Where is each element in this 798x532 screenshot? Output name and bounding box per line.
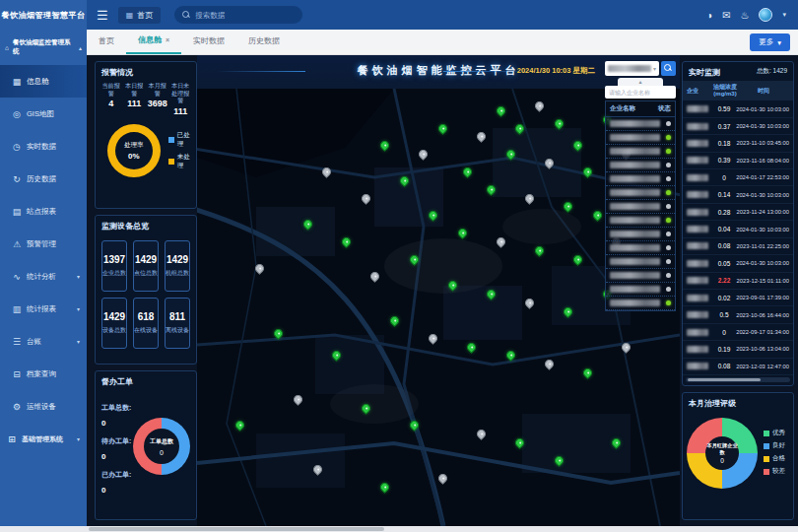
enterprise-list-item[interactable] — [606, 200, 675, 214]
realtime-row[interactable]: 2.222023-12-15 01:11:00 — [683, 273, 793, 290]
enterprise-list-item[interactable] — [606, 241, 675, 255]
close-tab-icon[interactable]: × — [166, 36, 169, 43]
sidebar-item-7[interactable]: ∿统计分析▾ — [0, 260, 87, 293]
more-button[interactable]: 更多 ▾ — [750, 33, 790, 51]
realtime-row[interactable]: 0.052024-01-30 10:03:00 — [683, 255, 793, 272]
enterprise-list-item[interactable] — [606, 186, 675, 200]
map-pin-offline[interactable] — [495, 235, 507, 248]
realtime-hscrollbar[interactable] — [686, 377, 790, 382]
map-pin-online[interactable] — [553, 117, 565, 130]
map-pin-online[interactable] — [571, 139, 584, 152]
map-pin-online[interactable] — [591, 209, 604, 222]
sidebar-item-8[interactable]: ▥统计报表▾ — [0, 293, 87, 325]
header-search[interactable] — [174, 6, 302, 24]
enterprise-select[interactable]: ▾ — [605, 61, 659, 76]
user-menu-chevron-icon[interactable]: ▾ — [782, 11, 786, 19]
map-pin-online[interactable] — [553, 454, 565, 467]
tab-3[interactable]: 实时数据 — [181, 29, 236, 54]
map-pin-offline[interactable] — [543, 358, 556, 370]
realtime-row[interactable]: 0.082023-12-03 12:47:00 — [683, 359, 793, 375]
map-pin-offline[interactable] — [253, 262, 266, 275]
realtime-row[interactable]: 0.592024-01-30 10:03:00 — [683, 100, 793, 117]
map-pin-online[interactable] — [611, 436, 624, 449]
map-pin-online[interactable] — [504, 148, 517, 161]
realtime-row[interactable]: 02024-01-17 22:53:00 — [683, 169, 793, 186]
realtime-row[interactable]: 0.282023-11-24 13:00:00 — [683, 204, 793, 221]
sidebar-item-5[interactable]: ▤站点报表 — [0, 195, 87, 228]
map-pin-offline[interactable] — [321, 166, 334, 178]
map-pin-offline[interactable] — [311, 463, 324, 476]
realtime-row[interactable]: 0.192023-10-06 13:04:00 — [683, 341, 793, 358]
theme-skin-icon[interactable]: ◑ — [706, 10, 712, 21]
sidebar-item-10[interactable]: ⊟档案查询 — [0, 358, 87, 390]
map-pin-online[interactable] — [581, 166, 594, 178]
sidebar-item-11[interactable]: ⚙运维设备 — [0, 390, 87, 423]
enterprise-list-item[interactable] — [606, 159, 675, 172]
enterprise-list-item[interactable] — [606, 117, 675, 131]
enterprise-list-item[interactable] — [606, 297, 675, 310]
page-hscrollbar[interactable] — [0, 526, 798, 532]
map-pin-offline[interactable] — [436, 472, 449, 485]
realtime-row[interactable]: 0.392023-11-16 08:04:00 — [683, 153, 793, 169]
map-pin-online[interactable] — [340, 235, 353, 248]
enterprise-name-input[interactable] — [605, 86, 676, 99]
map-pin-offline[interactable] — [369, 271, 382, 284]
sidebar-item-1[interactable]: ▦信息舱 — [0, 65, 87, 98]
map-pin-online[interactable] — [581, 366, 594, 379]
map-pin-online[interactable] — [388, 314, 401, 327]
realtime-row[interactable]: 0.52023-10-06 16:44:00 — [683, 306, 793, 323]
tab-1[interactable]: 首页 — [87, 29, 126, 54]
map-pin-offline[interactable] — [523, 297, 536, 309]
tab-2[interactable]: 信息舱× — [126, 29, 181, 54]
map-pin-online[interactable] — [273, 327, 286, 340]
map-pin-online[interactable] — [301, 218, 314, 231]
collapse-list-toggle[interactable]: ▴ — [618, 78, 663, 86]
map-pin-offline[interactable] — [418, 148, 431, 161]
map-pin-offline[interactable] — [292, 393, 304, 406]
map-pin-online[interactable] — [563, 305, 575, 318]
header-search-input[interactable] — [195, 11, 294, 20]
map-pin-online[interactable] — [514, 122, 527, 135]
realtime-row[interactable]: 0.142024-01-30 10:03:00 — [683, 186, 793, 203]
message-icon[interactable]: ✉ — [722, 10, 730, 21]
enterprise-list-item[interactable] — [606, 145, 675, 159]
map-pin-online[interactable] — [436, 122, 449, 135]
enterprise-list-item[interactable] — [606, 214, 675, 228]
map-pin-online[interactable] — [461, 166, 474, 178]
map-canvas[interactable]: 餐饮油烟智能监控云平台 2024/1/30 10:03 星期二 — [197, 55, 680, 526]
map-pin-online[interactable] — [456, 227, 469, 239]
map-pin-offline[interactable] — [475, 428, 488, 440]
realtime-row[interactable]: 0.182023-11-10 03:45:00 — [683, 135, 793, 152]
realtime-row[interactable]: 0.022023-09-01 17:39:00 — [683, 290, 793, 306]
avatar[interactable] — [759, 8, 772, 22]
sidebar-section-header[interactable]: ⌂ 餐饮油烟监控管理系统 ▴ — [0, 30, 87, 65]
map-pin-online[interactable] — [233, 420, 246, 432]
realtime-row[interactable]: 0.082023-11-01 22:25:00 — [683, 238, 793, 255]
map-pin-online[interactable] — [504, 350, 517, 363]
tab-4[interactable]: 历史数据 — [236, 29, 292, 54]
sidebar-item-4[interactable]: ↻历史数据 — [0, 163, 87, 195]
sidebar-item-2[interactable]: ◎GIS地图 — [0, 98, 87, 130]
hamburger-menu-icon[interactable]: ☰ — [97, 8, 108, 23]
map-pin-online[interactable] — [514, 436, 527, 449]
sidebar-item-9[interactable]: ☰台账▾ — [0, 325, 87, 358]
sidebar-item-6[interactable]: ⚠预警管理 — [0, 228, 87, 260]
map-pin-online[interactable] — [427, 209, 439, 222]
enterprise-list-item[interactable] — [606, 255, 675, 269]
enterprise-list-item[interactable] — [606, 283, 675, 297]
map-pin-online[interactable] — [408, 420, 421, 432]
enterprise-list-item[interactable] — [606, 269, 675, 283]
enterprise-list-item[interactable] — [606, 228, 675, 241]
map-pin-online[interactable] — [330, 350, 343, 363]
map-pin-offline[interactable] — [360, 192, 372, 205]
enterprise-search-button[interactable] — [661, 61, 676, 76]
flame-icon[interactable]: ♨ — [741, 10, 750, 21]
map-pin-online[interactable] — [466, 341, 479, 354]
map-pin-offline[interactable] — [620, 341, 632, 354]
map-pin-online[interactable] — [485, 288, 498, 300]
map-pin-online[interactable] — [533, 244, 546, 257]
map-pin-online[interactable] — [408, 253, 421, 266]
realtime-row[interactable]: 0.372024-01-30 10:03:00 — [683, 118, 793, 135]
map-pin-offline[interactable] — [475, 131, 488, 144]
map-pin-online[interactable] — [563, 201, 575, 214]
